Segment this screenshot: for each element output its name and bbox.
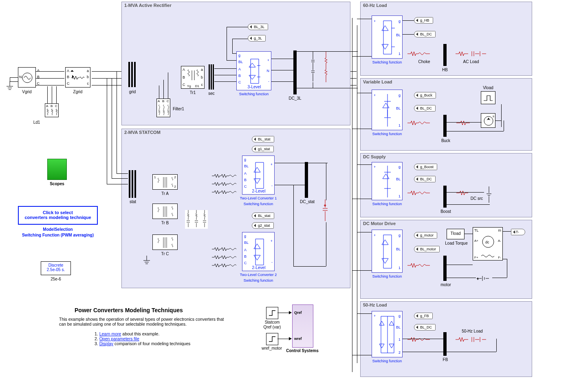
tload-block[interactable]: Tload [447, 229, 465, 239]
wire [357, 25, 357, 363]
statcom-step-l2: Qref (var) [262, 325, 283, 329]
tra-block[interactable]: 1 2 2 [152, 174, 178, 190]
trc-block[interactable] [152, 234, 178, 250]
conv1-sf: Switching function [235, 202, 282, 206]
dc-src-icon [484, 186, 495, 206]
wire [495, 120, 501, 121]
stat-bus[interactable] [128, 170, 137, 198]
vload-block[interactable] [481, 91, 495, 104]
grid-bus-label: grid [124, 90, 141, 94]
dcsupply-converter[interactable]: g BL 1 + [372, 162, 403, 200]
wref-step-label: wref_motor [259, 346, 284, 350]
control-systems-block[interactable]: Qref wref [292, 304, 313, 348]
sec-bus[interactable] [208, 64, 214, 90]
fb-label: FB [439, 357, 451, 362]
wire [352, 129, 372, 129]
tag-bl-stat-2[interactable]: BL_stat [252, 212, 274, 219]
wire [403, 34, 414, 35]
acload-rlc [456, 49, 492, 59]
powergui-l2: 2.5e-05 s. [47, 267, 65, 272]
tag-t[interactable]: -T- [511, 229, 525, 235]
motor-bus[interactable] [443, 256, 447, 281]
tag-bl-dc-1[interactable]: BL_DC [414, 31, 436, 37]
zgrid-block[interactable]: A B C a b c [65, 67, 90, 88]
dc3l-bus[interactable] [293, 50, 297, 94]
wire [403, 339, 443, 339]
hb-bus[interactable] [443, 44, 447, 66]
control-systems-label: Control Systems [282, 348, 323, 353]
wire [357, 164, 372, 165]
buck-bus[interactable] [443, 115, 447, 137]
zgrid-label: Zgrid [65, 90, 90, 94]
dcmotor-converter[interactable]: g BL 1 + [372, 230, 403, 273]
varload-sf: Switching function [368, 132, 407, 136]
dcsrc-label: DC src [469, 196, 485, 201]
tr1-block[interactable]: A B C a b c Yg D1 [181, 66, 205, 89]
tag-bl-dc-4[interactable]: BL_DC [414, 324, 436, 331]
three-level-label: 3-Level [237, 85, 272, 89]
three-level-converter[interactable]: g BL A B C + N - 3-Level [236, 51, 271, 90]
wire [159, 85, 159, 99]
ground-icon [6, 81, 14, 90]
tag-bl-motor[interactable]: BL_motor [414, 246, 440, 252]
tag-g1-stat[interactable]: g1_stat [252, 146, 274, 152]
50hz-sf: Switching function [368, 359, 407, 363]
wire [297, 51, 354, 52]
model-selection-title: ModelSelection [18, 227, 98, 232]
tag-g-motor[interactable]: g_motor [414, 232, 437, 239]
tag-bl-dc-2[interactable]: BL_DC [414, 105, 436, 112]
page-description: This example shows the operation of seve… [59, 317, 230, 326]
arrow-icon [289, 311, 292, 314]
wire [275, 163, 328, 163]
buck-rl [407, 118, 440, 129]
model-select-button[interactable]: Click to select converters modeling tech… [18, 206, 98, 225]
tag-g-boost[interactable]: g_Boost [414, 164, 437, 170]
dcsupply-title: DC Supply [363, 154, 386, 159]
ld1-block[interactable]: A B C [45, 103, 59, 117]
motor-label: motor [438, 283, 454, 287]
tag-g2-stat[interactable]: g2_stat [252, 222, 274, 229]
wire [214, 81, 236, 82]
tag-g-hb[interactable]: g_HB [414, 17, 433, 24]
50hz-converter[interactable]: g BL 1 2 + [372, 311, 403, 357]
learn-more-link[interactable]: Learn more [99, 331, 121, 336]
dcstat-label: DC_stat [297, 199, 317, 204]
rc-filter[interactable] [185, 210, 208, 229]
filter1-block[interactable]: A B C [156, 99, 170, 117]
vgrid-block[interactable]: N A B C [18, 67, 36, 88]
scopes-block[interactable] [47, 159, 67, 180]
tag-bl-3l[interactable]: BL_3L [248, 24, 268, 30]
statcom-step[interactable] [266, 307, 278, 319]
wire [214, 68, 236, 69]
powergui-block[interactable]: Discrete 2.5e-05 s. [41, 261, 71, 275]
60hz-converter[interactable]: g BL 1 + [372, 15, 403, 59]
boost-bus[interactable] [443, 186, 447, 208]
hb-label: HB [438, 68, 452, 72]
rect-sf-label: Switching function [236, 92, 271, 96]
varload-converter[interactable]: g BL 1 + [372, 90, 403, 130]
grid-bus[interactable] [127, 62, 137, 87]
tag-g-3l[interactable]: g_3L [248, 35, 266, 42]
tag-g-fb[interactable]: g_FB [414, 313, 433, 319]
open-params-link[interactable]: Open parameters file [99, 336, 139, 341]
dc-machine[interactable]: TL m A+ A- F+ F- dc [473, 227, 503, 261]
motor-rl [407, 261, 440, 271]
trb-block[interactable] [152, 204, 178, 219]
wire [163, 80, 164, 99]
ctrl-src[interactable]: s [481, 113, 495, 128]
dcstat-bus[interactable] [305, 162, 308, 198]
tag-bl-stat-1[interactable]: BL_stat [252, 136, 274, 142]
tag-g-buck[interactable]: g_Buck [414, 92, 436, 99]
two-level-conv-1[interactable]: g BL A B C + - 2-Level [242, 155, 275, 195]
wref-step[interactable] [266, 333, 278, 345]
filter1-label: Filter1 [173, 107, 189, 111]
conv2-sf: Switching function [235, 278, 282, 283]
wire [227, 27, 248, 27]
dc3l-label: DC_3L [285, 96, 305, 101]
display-link[interactable]: Display [99, 341, 113, 346]
tag-bl-dc-3[interactable]: BL_DC [414, 176, 436, 182]
fb-bus[interactable] [443, 332, 447, 356]
powergui-below: 25e-6 [41, 277, 71, 281]
wire [10, 81, 18, 82]
two-level-conv-2[interactable]: g BL A B C + - 2-Level [242, 232, 275, 271]
